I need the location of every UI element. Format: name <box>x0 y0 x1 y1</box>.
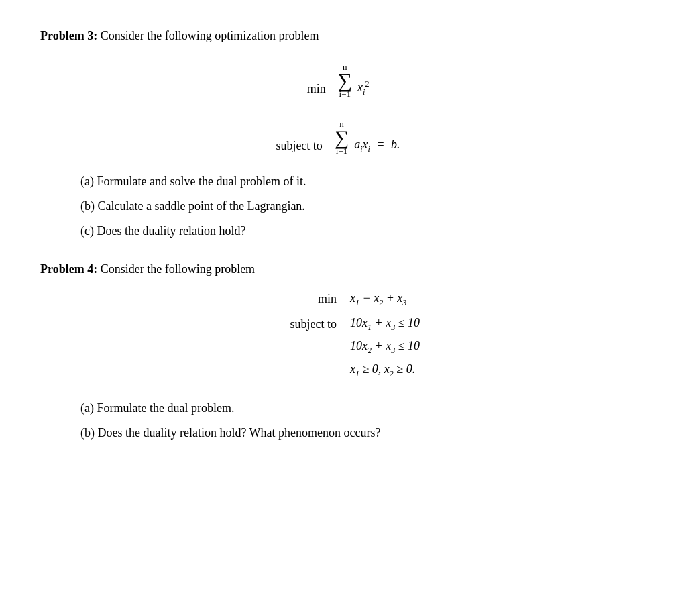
sigma-glyph-2: ∑ <box>335 128 349 146</box>
min-label: min <box>307 80 326 98</box>
problem4-objective: x1 − x2 + x3 <box>350 289 406 309</box>
problem3-objective-block: min n ∑ i=1 xi2 <box>40 58 636 102</box>
problem3-constraint-block: subject to n ∑ i=1 aixi = b. <box>40 115 636 159</box>
problem4-constraint-1: 10x1 + x3 ≤ 10 <box>350 314 420 333</box>
problem3-title-text: Consider the following optimization prob… <box>97 29 319 42</box>
problem3-parts: (a) Formulate and solve the dual problem… <box>80 172 636 240</box>
problem4-st-block: subject to 10x1 + x3 ≤ 10 10x2 + x3 ≤ 10… <box>256 314 420 380</box>
problem3-part-c: (c) Does the duality relation hold? <box>80 222 636 240</box>
constraint-expr-1: aixi = b. <box>354 136 400 155</box>
problem4-bold: Problem 4: <box>40 262 97 276</box>
problem4-constraint-2: 10x2 + x3 ≤ 10 <box>350 337 420 356</box>
problem4-constraint-3: x1 ≥ 0, x2 ≥ 0. <box>350 360 415 380</box>
problem4-math-block: min x1 − x2 + x3 subject to 10x1 + x3 ≤ … <box>40 289 636 379</box>
problem4-subject-to-label: subject to <box>256 314 337 333</box>
problem4-min-label: min <box>256 290 337 308</box>
problem4-constraints: 10x1 + x3 ≤ 10 10x2 + x3 ≤ 10 x1 ≥ 0, x2… <box>350 314 420 380</box>
min-row: min n ∑ i=1 xi2 <box>307 62 370 98</box>
problem3-bold: Problem 3: <box>40 29 97 42</box>
problem4-title-text: Consider the following problem <box>97 262 255 276</box>
problem3-part-b: (b) Calculate a saddle point of the Lagr… <box>80 197 636 215</box>
sum-bot-1: i=1 <box>339 89 351 98</box>
problem4-parts: (a) Formulate the dual problem. (b) Does… <box>80 399 636 442</box>
problem3-objective-display: min n ∑ i=1 xi2 <box>307 58 370 102</box>
problem4-title: Problem 4: Consider the following proble… <box>40 260 636 278</box>
sum-symbol-2: n ∑ i=1 <box>335 119 349 155</box>
sum-symbol-1: n ∑ i=1 <box>338 62 352 98</box>
objective-expr-1: xi2 <box>357 78 369 98</box>
problem3-constraint-display: subject to n ∑ i=1 aixi = b. <box>276 115 400 159</box>
problem4-block: Problem 4: Consider the following proble… <box>40 260 636 442</box>
subject-to-row: subject to n ∑ i=1 aixi = b. <box>276 119 400 155</box>
subject-to-label-1: subject to <box>276 137 323 155</box>
problem4-math-display: min x1 − x2 + x3 subject to 10x1 + x3 ≤ … <box>256 289 420 379</box>
sigma-glyph-1: ∑ <box>338 71 352 89</box>
problem4-part-a: (a) Formulate the dual problem. <box>80 399 636 417</box>
problem3-title: Problem 3: Consider the following optimi… <box>40 27 636 45</box>
problem4-part-b: (b) Does the duality relation hold? What… <box>80 424 636 442</box>
problem3-part-a: (a) Formulate and solve the dual problem… <box>80 172 636 191</box>
sum-bot-2: i=1 <box>336 146 347 155</box>
problem3-block: Problem 3: Consider the following optimi… <box>40 27 636 240</box>
problem4-min-row: min x1 − x2 + x3 <box>256 289 420 309</box>
